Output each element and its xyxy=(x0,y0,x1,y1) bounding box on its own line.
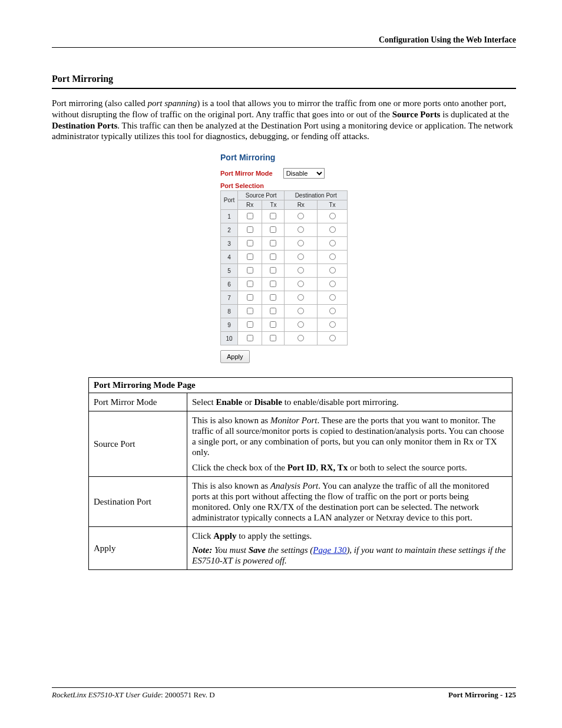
table-row: 7 xyxy=(221,291,348,305)
table-row: 10 xyxy=(221,332,348,345)
dst-rx-radio[interactable] xyxy=(297,321,304,328)
footer-left-rest: : 2000571 Rev. D xyxy=(161,690,215,699)
port-number: 4 xyxy=(221,251,238,264)
src-tx-checkbox[interactable] xyxy=(270,294,276,301)
dst-rx-radio[interactable] xyxy=(297,281,304,287)
src-tx-checkbox[interactable] xyxy=(270,281,276,287)
port-number: 6 xyxy=(221,278,238,291)
intro-em: port spanning xyxy=(147,98,197,108)
intro-b2: Destination Ports xyxy=(52,121,117,130)
src-rx-checkbox[interactable] xyxy=(247,335,253,341)
dst-tx-radio[interactable] xyxy=(329,294,336,301)
src-rx-checkbox[interactable] xyxy=(247,321,253,328)
t: This is also known as xyxy=(192,416,270,425)
src-tx-checkbox[interactable] xyxy=(270,240,276,246)
dst-tx-radio[interactable] xyxy=(329,267,336,274)
table-row: 5 xyxy=(221,264,348,278)
row-apply-label: Apply xyxy=(89,527,187,570)
dst-rx-radio[interactable] xyxy=(297,213,304,219)
page-link[interactable]: Page 130 xyxy=(313,545,346,555)
row-dest-text: This is also known as Analysis Port. You… xyxy=(187,477,513,527)
t: to enable/disable port mirroring. xyxy=(282,397,399,407)
intro-paragraph: Port mirroring (also called port spannin… xyxy=(52,98,516,142)
src-rx-checkbox[interactable] xyxy=(247,213,253,219)
port-number: 1 xyxy=(221,210,238,223)
t: Port ID xyxy=(287,463,316,472)
src-rx-checkbox[interactable] xyxy=(247,308,253,314)
dst-rx-radio[interactable] xyxy=(297,308,304,314)
row-mode-text: Select Enable or Disable to enable/disab… xyxy=(187,393,513,411)
dst-rx-radio[interactable] xyxy=(297,226,304,233)
table-row: 1 xyxy=(221,210,348,223)
table-row: Port Mirror Mode Select Enable or Disabl… xyxy=(89,393,513,411)
t: Enable xyxy=(216,397,242,407)
dst-tx-radio[interactable] xyxy=(329,226,336,233)
col-src-tx: Tx xyxy=(262,200,285,210)
table-row: 4 xyxy=(221,251,348,264)
footer-right: Port Mirroring - 125 xyxy=(448,690,516,699)
row-dest-label: Destination Port xyxy=(89,477,187,527)
footer-left-italic: RocketLinx ES7510-XT User Guide xyxy=(52,690,161,699)
t: or both to select the source ports. xyxy=(348,463,467,472)
t: Select xyxy=(192,397,216,407)
dst-tx-radio[interactable] xyxy=(329,281,336,287)
t: RX, Tx xyxy=(320,463,348,472)
running-head: Configuration Using the Web Interface xyxy=(52,35,516,48)
dst-tx-radio[interactable] xyxy=(329,308,336,314)
intro-mid2: is duplicated at the xyxy=(440,110,509,119)
col-src-rx: Rx xyxy=(238,200,262,210)
t: Apply xyxy=(213,531,236,541)
table-row: Apply Click Apply to apply the settings.… xyxy=(89,527,513,570)
row-apply-text: Click Apply to apply the settings. Note:… xyxy=(187,527,513,570)
table-row: Source Port This is also known as Monito… xyxy=(89,411,513,477)
t: Click xyxy=(192,531,213,541)
src-rx-checkbox[interactable] xyxy=(247,281,253,287)
dst-rx-radio[interactable] xyxy=(297,267,304,274)
dst-rx-radio[interactable] xyxy=(297,253,304,260)
table-row: Destination Port This is also known as A… xyxy=(89,477,513,527)
port-number: 7 xyxy=(221,291,238,305)
src-rx-checkbox[interactable] xyxy=(247,294,253,301)
selection-label: Port Selection xyxy=(220,182,348,189)
note-lead: Note: xyxy=(192,545,212,555)
src-rx-checkbox[interactable] xyxy=(247,253,253,260)
src-rx-checkbox[interactable] xyxy=(247,267,253,274)
dst-tx-radio[interactable] xyxy=(329,253,336,260)
col-source: Source Port xyxy=(238,191,285,200)
port-number: 3 xyxy=(221,237,238,251)
src-tx-checkbox[interactable] xyxy=(270,321,276,328)
dst-tx-radio[interactable] xyxy=(329,240,336,246)
t: to apply the settings. xyxy=(236,531,312,541)
src-rx-checkbox[interactable] xyxy=(247,240,253,246)
description-table: Port Mirroring Mode Page Port Mirror Mod… xyxy=(88,377,513,570)
dst-rx-radio[interactable] xyxy=(297,335,304,341)
port-number: 10 xyxy=(221,332,238,345)
port-number: 9 xyxy=(221,318,238,332)
src-tx-checkbox[interactable] xyxy=(270,267,276,274)
src-rx-checkbox[interactable] xyxy=(247,226,253,233)
src-tx-checkbox[interactable] xyxy=(270,253,276,260)
src-tx-checkbox[interactable] xyxy=(270,335,276,341)
port-mirroring-ui: Port Mirroring Port Mirror Mode Disable … xyxy=(220,153,348,363)
dst-rx-radio[interactable] xyxy=(297,294,304,301)
apply-button[interactable]: Apply xyxy=(220,350,250,363)
src-tx-checkbox[interactable] xyxy=(270,308,276,314)
dst-tx-radio[interactable] xyxy=(329,335,336,341)
port-table: Port Source Port Destination Port Rx Tx … xyxy=(220,190,348,345)
intro-pre: Port mirroring (also called xyxy=(52,98,147,108)
t: Analysis Port xyxy=(270,481,318,490)
src-tx-checkbox[interactable] xyxy=(270,226,276,233)
dst-tx-radio[interactable] xyxy=(329,321,336,328)
ui-title: Port Mirroring xyxy=(220,153,348,162)
table-row: 8 xyxy=(221,305,348,318)
mode-label: Port Mirror Mode xyxy=(220,170,273,177)
col-port: Port xyxy=(221,191,238,210)
table-row: 6 xyxy=(221,278,348,291)
table-row: 2 xyxy=(221,223,348,237)
col-dest: Destination Port xyxy=(285,191,348,200)
desc-title: Port Mirroring Mode Page xyxy=(89,378,513,393)
dst-rx-radio[interactable] xyxy=(297,240,304,246)
mode-select[interactable]: Disable xyxy=(283,168,325,179)
src-tx-checkbox[interactable] xyxy=(270,213,276,219)
dst-tx-radio[interactable] xyxy=(329,213,336,219)
